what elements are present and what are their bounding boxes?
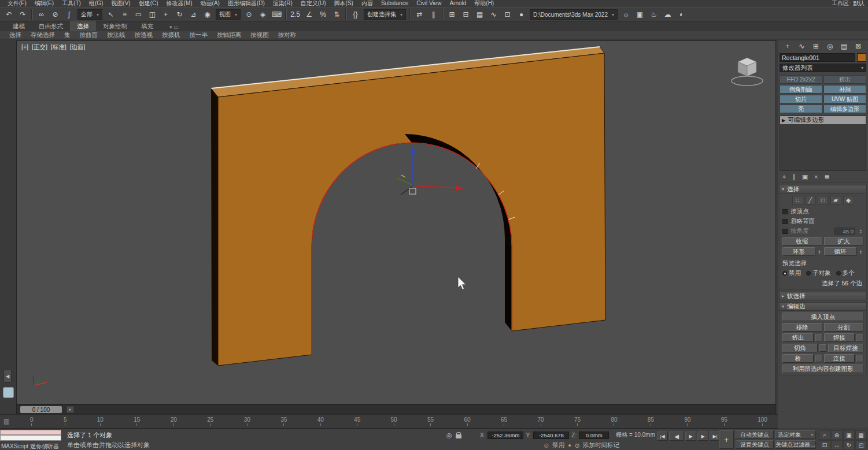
viewport-label-menu[interactable]: [正交] xyxy=(32,43,47,51)
unlink-selection-icon[interactable]: ⊘ xyxy=(49,9,62,20)
checkbox-icon[interactable] xyxy=(782,209,788,214)
modifier-preset-button[interactable]: FFD 2x2x2 xyxy=(780,75,822,84)
modifier-preset-button[interactable]: 切片 xyxy=(780,95,822,103)
viewport-label-menu[interactable]: [+] xyxy=(21,43,28,51)
ribbon-tool[interactable]: 按轴距离 xyxy=(212,31,246,39)
docked-panel-chip[interactable] xyxy=(3,387,14,398)
zoom-all-viewports-icon[interactable]: ⊕ xyxy=(831,430,843,440)
ribbon-tool[interactable]: 按对称 xyxy=(274,31,301,39)
checkbox-icon[interactable] xyxy=(782,219,788,224)
maximize-viewport-toggle-icon[interactable]: ◰ xyxy=(855,440,867,449)
curve-editor-icon[interactable]: ∿ xyxy=(487,9,500,20)
ribbon-toggle-icon[interactable]: ▤ xyxy=(473,9,486,20)
ribbon-tool[interactable]: 按视图 xyxy=(246,31,274,39)
weld-button[interactable]: 焊接 xyxy=(824,333,855,342)
scene-explorer-open-toggle[interactable]: ◀ xyxy=(3,370,12,382)
preview-subobject-radio[interactable]: 子对象 xyxy=(806,269,831,277)
viewcube[interactable] xyxy=(732,58,763,85)
ribbon-tab[interactable]: 自由形式 xyxy=(32,21,70,31)
select-and-link-icon[interactable]: ∞ xyxy=(35,9,48,20)
angle-snap-icon[interactable]: ∠ xyxy=(302,9,316,20)
pan-icon[interactable]: ↔ xyxy=(831,440,843,449)
redo-icon[interactable]: ↷ xyxy=(16,9,29,20)
menu-item[interactable]: 编辑(E) xyxy=(31,0,58,7)
modifier-preset-button[interactable]: 编辑多边形 xyxy=(823,105,866,113)
select-object-icon[interactable]: ↖ xyxy=(104,9,117,20)
next-frame-button[interactable]: ▶ xyxy=(697,432,708,441)
set-keys-button[interactable]: + xyxy=(719,430,734,449)
object-color-swatch[interactable] xyxy=(857,53,866,62)
undo-icon[interactable]: ↶ xyxy=(2,9,16,20)
modifier-preset-button[interactable]: 壳 xyxy=(780,105,822,113)
expand-arrow-icon[interactable]: ▶ xyxy=(782,118,785,123)
snaps-toggle-icon[interactable]: 2.5 xyxy=(289,9,302,20)
polygon-subobject-icon[interactable]: ▰ xyxy=(830,196,841,204)
select-by-name-icon[interactable]: ≡ xyxy=(118,9,131,20)
wall-front-face[interactable] xyxy=(218,53,605,366)
rectangular-selection-region-icon[interactable]: ▭ xyxy=(132,9,145,20)
menu-item[interactable]: 内容 xyxy=(357,0,377,7)
disable-label[interactable]: 禁用 xyxy=(552,441,564,449)
ribbon-tool[interactable]: 按透视 xyxy=(130,31,158,39)
y-coordinate-field[interactable]: -2540.678 xyxy=(533,432,569,439)
menu-item[interactable]: Substance xyxy=(377,0,412,7)
go-to-start-button[interactable]: |◀ xyxy=(657,432,668,441)
zoom-extents-icon[interactable]: ▣ xyxy=(843,430,855,440)
selection-rollout-header[interactable]: ▾ 选择 xyxy=(779,185,867,194)
use-pivot-center-icon[interactable]: ⊙ xyxy=(242,9,256,20)
menu-item[interactable]: 修改器(M) xyxy=(162,0,197,7)
workspace-switcher[interactable]: 工作区: 默认 xyxy=(832,0,865,7)
zoom-region-icon[interactable]: ⊡ xyxy=(819,440,830,449)
layer-explorer-icon[interactable]: ⊟ xyxy=(459,9,472,20)
menu-item[interactable]: 视图(V) xyxy=(107,0,134,7)
menu-item[interactable]: 创建(C) xyxy=(135,0,162,7)
menu-item[interactable]: 图形编辑器(D) xyxy=(224,0,269,7)
radio-icon[interactable] xyxy=(806,271,811,276)
menu-item[interactable]: 帮助(H) xyxy=(470,0,498,7)
select-and-place-icon[interactable]: ◉ xyxy=(201,9,214,20)
render-production-icon[interactable]: ♨ xyxy=(647,9,660,20)
render-iterative-icon[interactable]: ◐ xyxy=(675,9,688,20)
mute-toggle-icon[interactable]: ⊘ xyxy=(544,442,549,449)
configure-modifier-sets-icon[interactable]: ≣ xyxy=(825,173,830,181)
edit-edges-rollout-header[interactable]: ▾ 编辑边 xyxy=(779,302,867,311)
select-and-move-icon[interactable]: + xyxy=(159,9,172,20)
zoom-extents-all-icon[interactable]: ▦ xyxy=(855,430,867,440)
modifier-preset-button[interactable]: 倒角剖面 xyxy=(780,85,822,94)
schematic-view-icon[interactable]: ⊡ xyxy=(501,9,514,20)
pin-stack-icon[interactable]: ⌖ xyxy=(782,173,786,181)
menu-item[interactable]: 组(G) xyxy=(85,0,107,7)
chamfer-button[interactable]: 切角 xyxy=(782,344,818,352)
key-filters-button[interactable]: 关键点过滤器... xyxy=(775,440,816,449)
ribbon-tool[interactable]: 存储选择 xyxy=(26,31,60,39)
preview-disable-radio[interactable]: 禁用 xyxy=(782,269,801,277)
gizmo-x-arrowhead[interactable] xyxy=(455,185,463,191)
ribbon-tool[interactable]: 按一半 xyxy=(185,31,213,39)
loop-button[interactable]: 循环 xyxy=(824,247,857,256)
maxscript-input-field[interactable] xyxy=(0,435,61,441)
set-key-mode-button[interactable]: 设置关键点 xyxy=(736,440,774,449)
spinner-snap-icon[interactable]: ⇅ xyxy=(330,9,343,20)
connect-button[interactable]: 连接 xyxy=(824,354,855,363)
percent-snap-icon[interactable]: % xyxy=(316,9,330,20)
shrink-button[interactable]: 收缩 xyxy=(782,237,822,246)
mirror-icon[interactable]: ⇄ xyxy=(413,9,426,20)
show-end-result-icon[interactable]: ∥ xyxy=(792,173,796,181)
ring-button[interactable]: 环形 xyxy=(782,247,815,256)
by-vertex-checkbox-row[interactable]: 按顶点 xyxy=(782,207,863,215)
previous-frame-button[interactable]: ◀ xyxy=(669,432,684,441)
select-and-scale-icon[interactable]: ⊿ xyxy=(187,9,200,20)
ribbon-tab[interactable]: 选择 xyxy=(70,21,96,31)
keyboard-shortcut-override-icon[interactable]: ⌨ xyxy=(270,9,283,20)
extrude-button[interactable]: 挤出 xyxy=(782,333,814,342)
isolate-selection-icon[interactable]: ◎ xyxy=(446,432,452,439)
modifier-preset-button[interactable]: 挤出 xyxy=(823,75,866,84)
project-folder-dropdown[interactable]: D:\Documents\3ds Max 2022▾ xyxy=(530,9,618,20)
reference-coordinate-dropdown[interactable]: 视图▾ xyxy=(216,9,241,20)
connect-settings-icon[interactable] xyxy=(856,355,863,362)
select-and-rotate-icon[interactable]: ↻ xyxy=(173,9,186,20)
time-slider[interactable]: 0 / 100 ▸ xyxy=(16,404,776,414)
key-selection-dropdown[interactable]: 选定对象 ▾ xyxy=(775,430,816,439)
ribbon-tab[interactable]: 对象绘制 xyxy=(96,21,134,31)
ribbon-tool[interactable]: 按法线 xyxy=(102,31,130,39)
